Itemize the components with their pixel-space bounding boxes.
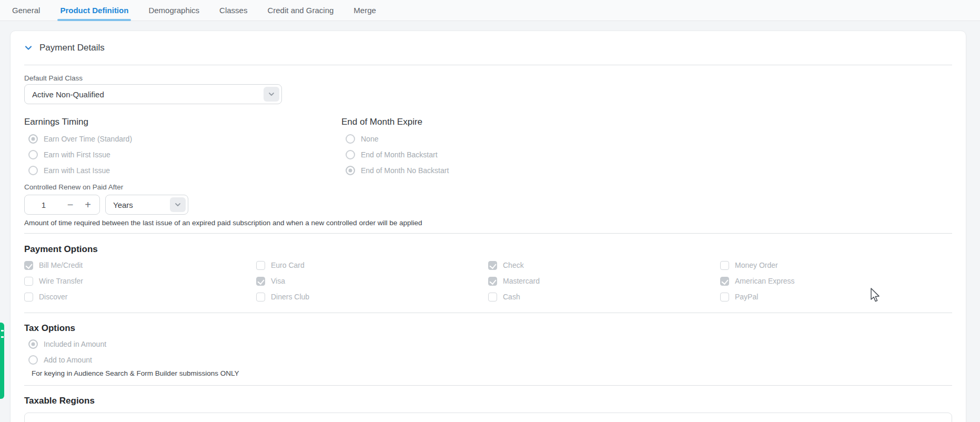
toast-icon-line [1,330,4,331]
checkbox-icon [720,261,729,270]
chevron-down-icon[interactable] [24,44,33,52]
checkbox-paypal[interactable]: PayPal [720,289,952,305]
controlled-renew-stepper[interactable]: 1 − + [24,195,100,215]
checkbox-visa[interactable]: Visa [256,273,488,289]
tab-bar: General Product Definition Demographics … [0,0,980,21]
controlled-renew-help: Amount of time required between the last… [24,219,952,227]
tax-options-title: Tax Options [24,323,952,334]
checkbox-icon [488,293,497,302]
payment-options-column: Euro Card Visa Diners Club [256,257,488,305]
checkbox-check[interactable]: Check [488,257,720,273]
taxable-regions-panel[interactable] [24,413,952,422]
radio-earn-first-issue[interactable]: Earn with First Issue [24,147,341,163]
checkbox-icon [24,293,33,302]
radio-icon [346,134,355,144]
radio-icon [28,355,38,365]
payment-details-card: Payment Details Default Paid Class Activ… [10,31,966,422]
end-of-month-expire-title: End of Month Expire [341,117,952,127]
checkbox-icon [720,293,729,302]
divider [24,313,952,313]
payment-options-grid: Bill Me/Credit Wire Transfer Discover Eu… [24,257,952,305]
checkbox-icon [256,293,265,302]
checkbox-money-order[interactable]: Money Order [720,257,952,273]
select-value: Active Non-Qualified [32,90,104,99]
checkbox-icon [24,277,33,286]
controlled-renew-label: Controlled Renew on Paid After [24,183,952,191]
checkbox-icon [488,277,497,286]
end-of-month-expire-group: End of Month Expire None End of Month Ba… [341,117,952,178]
tax-options-help: For keying in Audience Search & Form Bui… [24,369,952,377]
tab-merge[interactable]: Merge [352,0,377,21]
payment-options-column: Money Order American Express PayPal [720,257,952,305]
checkbox-mastercard[interactable]: Mastercard [488,273,720,289]
checkbox-diners-club[interactable]: Diners Club [256,289,488,305]
checkbox-bill-me-credit[interactable]: Bill Me/Credit [24,257,256,273]
radio-none[interactable]: None [341,131,952,147]
default-paid-class-label: Default Paid Class [24,74,952,82]
checkbox-euro-card[interactable]: Euro Card [256,257,488,273]
checkbox-icon [256,261,265,270]
tab-demographics[interactable]: Demographics [147,0,200,21]
radio-icon [28,339,38,349]
checkbox-icon [720,277,729,286]
checkbox-american-express[interactable]: American Express [720,273,952,289]
radio-end-of-month-no-backstart[interactable]: End of Month No Backstart [341,163,952,178]
increment-button[interactable]: + [85,199,91,210]
select-value: Years [113,200,133,209]
chevron-down-icon [170,197,186,212]
panel-title: Payment Details [39,43,105,53]
payment-options-title: Payment Options [24,244,952,255]
tab-general[interactable]: General [11,0,41,21]
checkbox-icon [256,277,265,286]
checkbox-discover[interactable]: Discover [24,289,256,305]
taxable-regions-title: Taxable Regions [24,396,952,406]
payment-details-header: Payment Details [24,31,952,53]
radio-icon [28,166,38,175]
divider [24,65,952,65]
tab-product-definition[interactable]: Product Definition [59,0,129,21]
radio-earn-last-issue[interactable]: Earn with Last Issue [24,163,341,178]
default-paid-class-select[interactable]: Active Non-Qualified [24,84,282,104]
divider [24,233,952,234]
checkbox-wire-transfer[interactable]: Wire Transfer [24,273,256,289]
radio-icon [346,166,355,175]
radio-groups: Earnings Timing Earn Over Time (Standard… [24,117,952,178]
radio-earn-over-time[interactable]: Earn Over Time (Standard) [24,131,341,147]
decrement-button[interactable]: − [67,199,74,210]
checkbox-icon [24,261,33,270]
chevron-down-icon [264,87,279,102]
divider [24,385,952,386]
checkbox-cash[interactable]: Cash [488,289,720,305]
earnings-timing-group: Earnings Timing Earn Over Time (Standard… [24,117,341,178]
earnings-timing-title: Earnings Timing [24,117,341,127]
controlled-renew-controls: 1 − + Years [24,195,952,215]
toast-notification[interactable] [0,323,4,399]
stepper-value[interactable]: 1 [33,200,54,209]
radio-end-of-month-backstart[interactable]: End of Month Backstart [341,147,952,163]
radio-add-to-amount[interactable]: Add to Amount [24,352,952,368]
toast-icon-line [1,336,4,338]
tab-credit-and-gracing[interactable]: Credit and Gracing [266,0,335,21]
radio-icon [28,134,38,144]
renew-unit-select[interactable]: Years [105,195,188,215]
checkbox-icon [488,261,497,270]
page: General Product Definition Demographics … [0,0,980,422]
radio-icon [346,150,355,159]
payment-options-column: Check Mastercard Cash [488,257,720,305]
radio-included-in-amount[interactable]: Included in Amount [24,336,952,352]
payment-options-column: Bill Me/Credit Wire Transfer Discover [24,257,256,305]
tab-classes[interactable]: Classes [218,0,248,21]
radio-icon [28,150,38,159]
